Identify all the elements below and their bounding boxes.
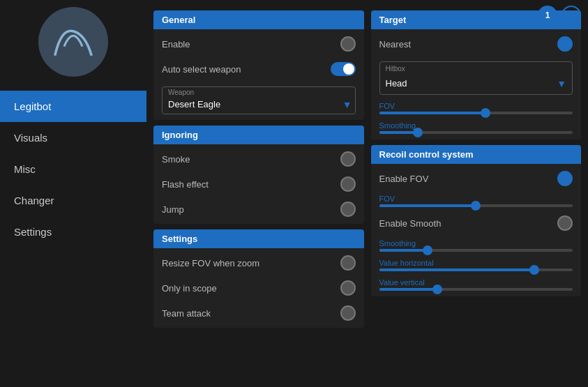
- nearest-label: Nearest: [379, 39, 412, 50]
- auto-select-label: Auto select weapon: [162, 64, 241, 75]
- team-attack-toggle[interactable]: [340, 305, 356, 321]
- tab-buttons: 1 2: [538, 6, 581, 25]
- enable-fov-label: Enable FOV: [379, 174, 429, 184]
- general-section: General Enable Auto select weapon Weapon…: [153, 10, 364, 120]
- hitbox-frame: Hitbox Head ▼: [379, 61, 573, 95]
- resize-fov-row: Resize FOV when zoom: [162, 254, 356, 272]
- enable-toggle[interactable]: [340, 36, 356, 52]
- smoke-label: Smoke: [162, 154, 190, 165]
- hitbox-value: Head: [386, 75, 407, 91]
- weapon-label: Weapon: [168, 89, 352, 96]
- value-vertical-fill: [379, 288, 437, 291]
- auto-select-toggle[interactable]: [331, 62, 356, 76]
- weapon-dropdown-wrapper: Weapon Desert Eagle ▼: [162, 86, 356, 114]
- enable-fov-row: Enable FOV: [379, 169, 573, 188]
- sidebar-item-visuals[interactable]: Visuals: [0, 122, 146, 153]
- value-horizontal-fill: [379, 268, 534, 271]
- recoil-fov-thumb[interactable]: [471, 201, 481, 211]
- only-scope-label: Only in scope: [162, 283, 217, 294]
- jump-row: Jump: [162, 200, 356, 218]
- only-scope-toggle[interactable]: [340, 280, 356, 296]
- weapon-dropdown[interactable]: Desert Eagle ▼: [168, 96, 352, 112]
- weapon-arrow-icon: ▼: [342, 99, 352, 110]
- value-horizontal-track[interactable]: [379, 268, 573, 271]
- value-horizontal-thumb[interactable]: [529, 265, 539, 275]
- target-fov-label: FOV: [379, 102, 573, 110]
- sidebar-item-legitbot[interactable]: Legitbot: [0, 91, 146, 122]
- target-smoothing-label: Smoothing: [379, 121, 573, 130]
- resize-fov-toggle[interactable]: [340, 255, 356, 271]
- tab-2-button[interactable]: 2: [561, 6, 581, 25]
- jump-label: Jump: [162, 204, 184, 215]
- smoke-toggle[interactable]: [340, 151, 356, 167]
- sidebar: Legitbot Visuals Misc Changer Settings: [0, 0, 146, 387]
- enable-smooth-toggle[interactable]: [557, 215, 573, 231]
- left-column: General Enable Auto select weapon Weapon…: [153, 7, 364, 380]
- recoil-smoothing-slider: Smoothing: [379, 239, 573, 252]
- target-body: Nearest Hitbox Head ▼ FOV: [371, 29, 582, 139]
- only-scope-row: Only in scope: [162, 279, 356, 297]
- sidebar-item-settings[interactable]: Settings: [0, 216, 146, 248]
- recoil-smoothing-label: Smoothing: [379, 239, 573, 248]
- hitbox-dropdown[interactable]: Head ▼: [386, 75, 567, 91]
- value-vertical-track[interactable]: [379, 288, 573, 291]
- target-fov-fill: [379, 112, 486, 114]
- recoil-smoothing-fill: [379, 249, 428, 252]
- ignoring-body: Smoke Flash effect Jump: [153, 144, 364, 224]
- nearest-toggle[interactable]: [557, 36, 573, 52]
- target-fov-track[interactable]: [379, 112, 573, 114]
- value-vertical-slider: Value vertical: [379, 278, 573, 291]
- general-header: General: [153, 10, 364, 29]
- settings-section: Settings Resize FOV when zoom Only in sc…: [153, 229, 364, 328]
- recoil-fov-slider: FOV: [379, 195, 573, 207]
- value-horizontal-slider: Value horizontal: [379, 259, 573, 271]
- target-section: Target Nearest Hitbox Head ▼ FOV: [371, 10, 582, 139]
- jump-toggle[interactable]: [340, 202, 356, 217]
- right-column: Target Nearest Hitbox Head ▼ FOV: [371, 7, 582, 380]
- team-attack-row: Team attack: [162, 304, 356, 322]
- team-attack-label: Team attack: [162, 308, 211, 319]
- sidebar-item-changer[interactable]: Changer: [0, 185, 146, 216]
- tab-1-button[interactable]: 1: [538, 6, 557, 25]
- flash-label: Flash effect: [162, 179, 209, 190]
- sidebar-item-misc[interactable]: Misc: [0, 153, 146, 185]
- flash-row: Flash effect: [162, 175, 356, 193]
- enable-smooth-label: Enable Smooth: [379, 218, 442, 229]
- resize-fov-label: Resize FOV when zoom: [162, 258, 259, 268]
- hitbox-frame-label: Hitbox: [386, 65, 567, 73]
- target-smoothing-thumb[interactable]: [413, 128, 423, 137]
- settings-header: Settings: [153, 229, 364, 248]
- flash-toggle[interactable]: [340, 176, 356, 192]
- recoil-smoothing-thumb[interactable]: [423, 245, 432, 255]
- value-vertical-thumb[interactable]: [432, 284, 442, 294]
- target-smoothing-track[interactable]: [379, 131, 573, 134]
- enable-smooth-row: Enable Smooth: [379, 214, 573, 232]
- smoke-row: Smoke: [162, 150, 356, 168]
- target-smoothing-fill: [379, 131, 419, 134]
- nav-items: Legitbot Visuals Misc Changer Settings: [0, 91, 146, 248]
- settings-body: Resize FOV when zoom Only in scope Team …: [153, 248, 364, 328]
- ignoring-section: Ignoring Smoke Flash effect Jump: [153, 126, 364, 224]
- auto-select-row: Auto select weapon: [162, 60, 356, 78]
- enable-label: Enable: [162, 39, 190, 50]
- recoil-fov-fill: [379, 204, 476, 207]
- value-vertical-label: Value vertical: [379, 278, 573, 287]
- weapon-value: Desert Eagle: [168, 96, 220, 112]
- target-smoothing-slider: Smoothing: [379, 121, 573, 134]
- value-horizontal-label: Value horizontal: [379, 259, 573, 267]
- nearest-row: Nearest: [379, 35, 573, 53]
- main-content: 1 2 General Enable Auto select weapon We…: [146, 0, 588, 387]
- recoil-header: Recoil control system: [371, 145, 582, 164]
- recoil-fov-track[interactable]: [379, 204, 573, 207]
- recoil-smoothing-track[interactable]: [379, 249, 573, 252]
- target-fov-slider: FOV: [379, 102, 573, 114]
- logo: [38, 7, 108, 77]
- auto-select-knob: [343, 63, 354, 75]
- recoil-body: Enable FOV FOV Enable Smooth Smoothing: [371, 164, 582, 296]
- ignoring-header: Ignoring: [153, 126, 364, 144]
- target-fov-thumb[interactable]: [481, 108, 490, 118]
- enable-fov-toggle[interactable]: [557, 171, 573, 186]
- enable-row: Enable: [162, 35, 356, 53]
- recoil-section: Recoil control system Enable FOV FOV Ena…: [371, 145, 582, 296]
- logo-icon: [49, 21, 98, 63]
